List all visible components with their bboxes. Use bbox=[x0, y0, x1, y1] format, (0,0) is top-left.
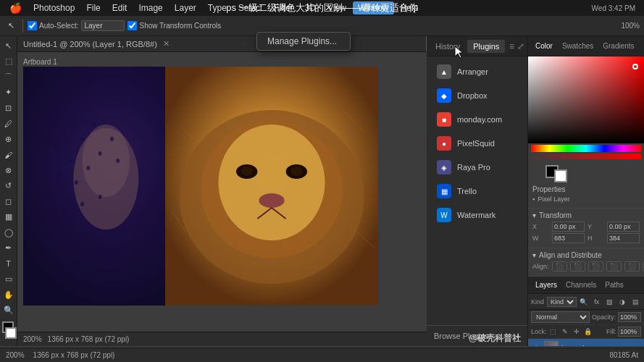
opacity-input[interactable] bbox=[618, 312, 641, 322]
layer-group-btn[interactable]: ▤ bbox=[630, 295, 641, 308]
canvas-image bbox=[23, 67, 378, 306]
menu-window[interactable]: Window bbox=[353, 1, 394, 14]
auto-select-input[interactable] bbox=[81, 20, 125, 31]
layer-mask-btn[interactable]: ▨ bbox=[604, 295, 616, 308]
menu-image[interactable]: Image bbox=[133, 1, 167, 14]
gradient-tool[interactable]: ▦ bbox=[1, 211, 16, 224]
tab-plugins[interactable]: Plugins bbox=[467, 40, 505, 53]
healing-tool[interactable]: ⊕ bbox=[1, 132, 16, 146]
background-color[interactable] bbox=[5, 327, 17, 339]
show-transform-checkbox[interactable] bbox=[127, 21, 137, 30]
show-transform-text: Show Transform Controls bbox=[139, 22, 221, 30]
w-input[interactable] bbox=[552, 233, 585, 243]
plugin-item-pixelsquid[interactable]: ●PixelSquid bbox=[430, 132, 524, 155]
crop-tool[interactable]: ⊡ bbox=[1, 101, 16, 115]
lock-paint-icon[interactable]: ✎ bbox=[560, 327, 570, 337]
blend-mode-select[interactable]: Normal bbox=[531, 311, 590, 323]
align-expand-icon: ▾ bbox=[532, 251, 536, 259]
zoom-display: 100% bbox=[621, 22, 640, 30]
canvas-content[interactable]: Artboard 1 bbox=[17, 52, 427, 332]
lock-transparent-icon[interactable]: ⬚ bbox=[548, 327, 559, 337]
menu-select[interactable]: Select bbox=[233, 1, 267, 14]
filter-kind-select[interactable]: Kind bbox=[547, 297, 577, 307]
opacity-label: Opacity: bbox=[592, 313, 616, 321]
x-input[interactable] bbox=[552, 222, 585, 232]
fill-input[interactable] bbox=[618, 327, 641, 337]
layer-adj-btn[interactable]: ◑ bbox=[616, 295, 628, 308]
magic-wand-tool[interactable]: ✦ bbox=[1, 86, 16, 100]
zoom-tool[interactable]: 🔍 bbox=[1, 304, 16, 318]
eraser-tool[interactable]: ◻ bbox=[1, 195, 16, 209]
svg-point-7 bbox=[69, 159, 72, 163]
hand-tool[interactable]: ✋ bbox=[1, 288, 16, 302]
lasso-tool[interactable]: ⌒ bbox=[1, 70, 16, 84]
brush-tool[interactable]: 🖌 bbox=[1, 148, 16, 162]
pixel-layer-text: Pixel Layer bbox=[538, 195, 570, 203]
lock-all-icon[interactable]: 🔒 bbox=[583, 327, 593, 337]
menu-photoshop[interactable]: Photoshop bbox=[28, 1, 80, 14]
h-input[interactable] bbox=[607, 233, 640, 243]
align-right-btn[interactable]: ⬛ bbox=[588, 261, 603, 272]
menu-edit[interactable]: Edit bbox=[107, 1, 133, 14]
menu-view[interactable]: View bbox=[322, 1, 351, 14]
y-input[interactable] bbox=[607, 222, 640, 232]
hue-slider[interactable] bbox=[531, 145, 641, 152]
plugin-item-trello[interactable]: ▦Trello bbox=[430, 180, 524, 203]
align-center-btn[interactable]: ⬛ bbox=[570, 261, 585, 272]
tab-swatches[interactable]: Swatches bbox=[558, 40, 598, 52]
pen-tool[interactable]: ✒ bbox=[1, 242, 16, 256]
close-tab-icon[interactable]: ✕ bbox=[163, 39, 170, 49]
layer-fx-btn[interactable]: fx bbox=[591, 295, 603, 308]
tab-gradients[interactable]: Gradients bbox=[598, 40, 638, 52]
menu-3d[interactable]: 3D bbox=[300, 1, 321, 14]
manage-plugins-item[interactable]: Manage Plugins... bbox=[257, 33, 350, 50]
layer-filter-btn[interactable]: 🔍 bbox=[578, 295, 590, 308]
tab-history[interactable]: History bbox=[430, 40, 466, 53]
move-tool-options[interactable]: ↖ bbox=[4, 20, 18, 32]
panel-expand-icon[interactable]: ⤢ bbox=[517, 41, 524, 52]
align-middle-btn[interactable]: ⬛ bbox=[624, 261, 640, 272]
tab-paths[interactable]: Paths bbox=[601, 279, 628, 290]
plugin-name-trello: Trello bbox=[457, 187, 477, 195]
plugin-item-raya-pro[interactable]: ◈Raya Pro bbox=[430, 156, 524, 179]
auto-select-checkbox[interactable] bbox=[28, 21, 37, 30]
apple-menu[interactable]: 🍎 bbox=[4, 1, 27, 15]
menu-type[interactable]: Type bbox=[203, 1, 232, 14]
tab-channels[interactable]: Channels bbox=[561, 279, 601, 290]
text-tool[interactable]: T bbox=[1, 257, 16, 271]
eyedropper-tool[interactable]: 🖊 bbox=[1, 117, 16, 131]
transform-text: Transform bbox=[539, 211, 572, 219]
lock-position-icon[interactable]: ✛ bbox=[572, 327, 582, 337]
plugin-icon-monday.com: ■ bbox=[437, 112, 451, 127]
tab-patterns[interactable]: Patterns bbox=[640, 40, 644, 52]
panel-menu-icon[interactable]: ≡ bbox=[508, 41, 515, 52]
plugin-item-watermark[interactable]: WWatermark bbox=[430, 203, 524, 227]
move-tool[interactable]: ↖ bbox=[1, 39, 16, 53]
shape-tool[interactable]: ▭ bbox=[1, 273, 16, 287]
layer-eye-icon[interactable]: 👁 bbox=[531, 343, 541, 346]
plugin-item-mondaycom[interactable]: ■monday.com bbox=[430, 108, 524, 131]
dodge-tool[interactable]: ◯ bbox=[1, 226, 16, 240]
plugin-item-arranger[interactable]: ▲Arranger bbox=[430, 60, 524, 83]
background-swatch[interactable] bbox=[554, 169, 567, 182]
menu-layer[interactable]: Layer bbox=[170, 1, 201, 14]
clone-tool[interactable]: ⊗ bbox=[1, 164, 16, 177]
color-picker-gradient[interactable] bbox=[528, 56, 644, 143]
plugin-item-dropbox[interactable]: ◆Dropbox bbox=[430, 84, 524, 107]
tab-layers[interactable]: Layers bbox=[531, 279, 561, 290]
marquee-tool[interactable]: ⬚ bbox=[1, 55, 16, 69]
align-top-btn[interactable]: ⬛ bbox=[606, 261, 622, 272]
layer-item-1[interactable]: 👁 Layer 1 bbox=[528, 339, 644, 346]
menu-help[interactable]: Help bbox=[396, 1, 424, 14]
menu-file[interactable]: File bbox=[81, 1, 105, 14]
alpha-slider[interactable] bbox=[531, 153, 641, 159]
canvas-tab[interactable]: Untitled-1 @ 200% (Layer 1, RGB/8#) ✕ bbox=[17, 36, 427, 52]
svg-point-28 bbox=[259, 193, 284, 208]
tab-color[interactable]: Color bbox=[531, 40, 557, 52]
lock-row: Lock: ⬚ ✎ ✛ 🔒 Fill: bbox=[528, 325, 644, 339]
menu-filter[interactable]: Filter bbox=[269, 1, 298, 14]
align-left-btn[interactable]: ⬛ bbox=[552, 261, 567, 272]
history-brush-tool[interactable]: ↺ bbox=[1, 180, 16, 193]
layers-area: Layers Channels Paths Kind Kind 🔍 fx ▨ ◑… bbox=[528, 277, 644, 346]
svg-point-18 bbox=[80, 202, 84, 206]
